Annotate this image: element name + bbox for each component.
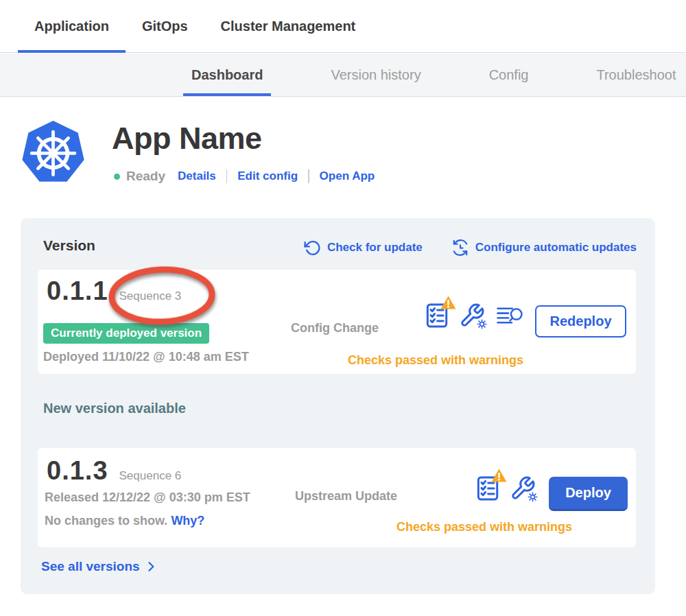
deployed-timestamp: Deployed 11/10/22 @ 10:48 am EST [43, 350, 249, 364]
version-actions: Check for update Configure automatic upd… [304, 239, 637, 257]
current-version-number: 0.1.1 [47, 276, 108, 306]
refresh-icon [304, 239, 321, 257]
current-version-check-icons [426, 303, 523, 329]
preflight-checks-icon[interactable] [426, 303, 448, 329]
available-version-sequence: Sequence 6 [119, 469, 182, 483]
no-changes-text: No changes to show. Why? [45, 514, 204, 528]
app-subnav: Dashboard Version history Config Trouble… [0, 54, 686, 97]
new-version-heading: New version available [43, 401, 186, 416]
status-ready-dot [114, 174, 120, 180]
no-changes-label: No changes to show. [45, 514, 167, 528]
warning-triangle-icon [490, 468, 508, 483]
tab-cluster-management[interactable]: Cluster Management [204, 0, 372, 52]
divider [226, 169, 228, 183]
gear-icon [476, 318, 488, 330]
redeploy-button[interactable]: Redeploy [535, 305, 626, 337]
kubernetes-logo-icon [21, 119, 86, 187]
auto-update-clock-icon [451, 239, 469, 257]
primary-nav: Application GitOps Cluster Management [0, 0, 686, 53]
check-for-update-button[interactable]: Check for update [304, 239, 423, 257]
checks-warning-text: Checks passed with warnings [348, 353, 523, 368]
version-heading: Version [43, 237, 95, 254]
available-version-check-icons [477, 475, 536, 501]
edit-config-link[interactable]: Edit config [237, 169, 298, 183]
why-link[interactable]: Why? [171, 514, 204, 528]
deploy-button[interactable]: Deploy [549, 477, 628, 511]
tab-application[interactable]: Application [18, 0, 126, 52]
version-source-label: Upstream Update [295, 489, 397, 504]
config-wrench-icon[interactable] [510, 475, 536, 501]
tab-version-history[interactable]: Version history [322, 54, 429, 96]
page-title: App Name [112, 121, 262, 156]
tab-troubleshoot[interactable]: Troubleshoot [588, 54, 684, 96]
tab-gitops[interactable]: GitOps [126, 0, 204, 52]
warning-triangle-icon [440, 295, 457, 310]
configure-auto-updates-button[interactable]: Configure automatic updates [451, 239, 637, 257]
app-status-row: Ready Details Edit config Open App [114, 167, 375, 186]
details-link[interactable]: Details [178, 169, 216, 183]
config-wrench-icon[interactable] [459, 303, 485, 329]
available-version-card: 0.1.3 Sequence 6 Released 12/12/22 @ 03:… [38, 448, 636, 547]
released-timestamp: Released 12/12/22 @ 03:30 pm EST [45, 490, 250, 505]
tab-dashboard[interactable]: Dashboard [183, 54, 271, 96]
open-app-link[interactable]: Open App [320, 169, 375, 183]
view-diff-icon[interactable] [496, 305, 523, 327]
divider [308, 169, 309, 183]
checks-warning-text: Checks passed with warnings [397, 520, 572, 534]
current-version-card: 0.1.1 Sequence 3 Currently deployed vers… [38, 270, 636, 374]
check-for-update-label: Check for update [327, 241, 423, 254]
available-version-number: 0.1.3 [47, 456, 108, 486]
status-text: Ready [126, 169, 165, 184]
preflight-checks-icon[interactable] [477, 475, 499, 501]
gear-icon [527, 491, 539, 503]
configure-auto-updates-label: Configure automatic updates [475, 241, 637, 254]
tab-config[interactable]: Config [481, 54, 537, 96]
currently-deployed-badge: Currently deployed version [43, 323, 209, 344]
available-version-line: 0.1.3 Sequence 6 [47, 456, 181, 486]
version-source-label: Config Change [291, 321, 379, 335]
see-all-versions-link[interactable]: See all versions [41, 559, 158, 574]
current-version-line: 0.1.1 Sequence 3 [47, 276, 181, 306]
current-version-sequence: Sequence 3 [119, 289, 182, 303]
chevron-right-icon [144, 560, 158, 573]
see-all-versions-label: See all versions [41, 559, 140, 574]
version-section: Version Check for update Configure autom… [21, 218, 655, 594]
